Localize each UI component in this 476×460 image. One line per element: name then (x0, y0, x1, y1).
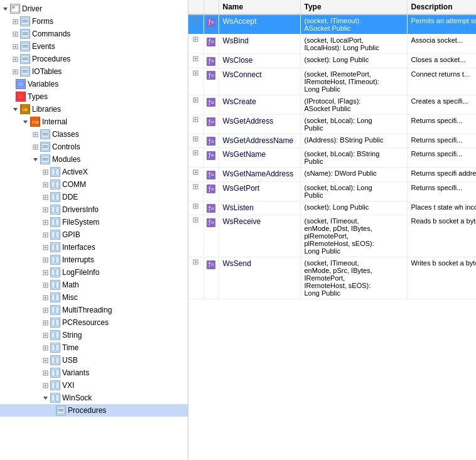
expander-multithreading[interactable] (40, 305, 50, 315)
expander-libraries[interactable] (10, 104, 20, 114)
tree-node-activex[interactable]: ActiveX (0, 166, 188, 178)
row-name-wsreceive[interactable]: WsReceive (219, 215, 300, 257)
row-expander-wsgetaddress[interactable] (188, 114, 203, 134)
tree-node-multithreading[interactable]: MultiThreading (0, 304, 188, 316)
row-expander-wsgetname[interactable] (188, 148, 203, 168)
row-name-wscreate[interactable]: WsCreate (219, 95, 300, 114)
expander-math[interactable] (40, 280, 50, 290)
tree-node-iotables[interactable]: IOTables (0, 65, 188, 78)
expander-logfileinfo[interactable] (40, 267, 50, 277)
tree-node-interrupts[interactable]: Interrupts (0, 254, 188, 266)
row-expander-wsclose[interactable] (188, 54, 203, 68)
tree-node-procedures[interactable]: Procedures (0, 53, 188, 65)
row-name-wslisten[interactable]: WsListen (219, 201, 300, 215)
expander-vxi[interactable] (40, 380, 50, 390)
expander-procedures[interactable] (10, 54, 20, 64)
tree-node-dde[interactable]: DDE (0, 191, 188, 203)
table-row-wsgetaddressname[interactable]: ƒ=WsGetAddressName(IAddress): BString Pu… (188, 134, 476, 148)
expander-gpib[interactable] (40, 230, 50, 240)
expander-usb[interactable] (40, 355, 50, 365)
row-name-wssend[interactable]: WsSend (219, 257, 300, 299)
table-row-wsconnect[interactable]: ƒ=WsConnect(socket, IRemotePort, IRemote… (188, 68, 476, 95)
tree-node-classes[interactable]: Classes (0, 128, 188, 141)
expander-variables[interactable] (10, 79, 16, 89)
row-expander-wsconnect[interactable] (188, 68, 203, 95)
tree-node-winsock-procedures[interactable]: Procedures (0, 404, 188, 417)
row-name-wsclose[interactable]: WsClose (219, 54, 300, 68)
table-row-wsreceive[interactable]: ƒ=WsReceive(socket, ITimeout, enMode, pD… (188, 215, 476, 257)
tree-node-libraries[interactable]: LIBLibraries (0, 103, 188, 115)
tree-node-controls[interactable]: Controls (0, 141, 188, 153)
tree-node-misc[interactable]: Misc (0, 291, 188, 304)
row-name-wsgetname[interactable]: WsGetName (219, 148, 300, 168)
tree-node-driversinfo[interactable]: DriversInfo (0, 203, 188, 216)
expander-internal[interactable] (20, 117, 30, 127)
table-row-wsbind[interactable]: ƒ=WsBind(socket, ILocalPort, ILocalHost)… (188, 35, 476, 54)
row-name-wsgetport[interactable]: WsGetPort (219, 181, 300, 201)
table-row-wssend[interactable]: ƒ=WsSend(socket, ITimeout, enMode, pSrc,… (188, 257, 476, 299)
expander-commands[interactable] (10, 29, 20, 39)
expander-modules[interactable] (30, 154, 40, 164)
tree-node-pcresources[interactable]: PCResources (0, 316, 188, 329)
tree-node-math[interactable]: Math (0, 279, 188, 291)
tree-node-modules[interactable]: Modules (0, 153, 188, 166)
expander-driversinfo[interactable] (40, 205, 50, 215)
row-name-wsgetaddress[interactable]: WsGetAddress (219, 114, 300, 134)
row-expander-wsgetport[interactable] (188, 181, 203, 201)
tree-node-time[interactable]: Time (0, 341, 188, 354)
expander-time[interactable] (40, 343, 50, 353)
expander-comm[interactable] (40, 179, 50, 190)
row-expander-wsgetnameaddress[interactable] (188, 168, 203, 182)
table-row-wsgetaddress[interactable]: ƒ=WsGetAddress(socket, bLocal): Long Pub… (188, 114, 476, 134)
tree-node-string[interactable]: String (0, 329, 188, 341)
row-name-wsbind[interactable]: WsBind (219, 35, 300, 54)
tree-node-comm[interactable]: COMM (0, 178, 188, 191)
expander-types[interactable] (10, 92, 16, 102)
row-expander-wsgetaddressname[interactable] (188, 134, 203, 148)
tree-node-variants[interactable]: Variants (0, 366, 188, 379)
expander-forms[interactable] (10, 16, 20, 26)
expander-winsock-procedures[interactable] (50, 405, 56, 415)
col-name[interactable]: Name (219, 0, 300, 14)
tree-node-interfaces[interactable]: Interfaces (0, 241, 188, 254)
row-expander-wsreceive[interactable] (188, 215, 203, 257)
tree-node-forms[interactable]: Forms (0, 15, 188, 28)
tree-node-usb[interactable]: USB (0, 354, 188, 366)
expander-dde[interactable] (40, 192, 50, 202)
tree-node-winsock[interactable]: WinSock (0, 392, 188, 404)
expander-iotables[interactable] (10, 67, 20, 77)
expander-interfaces[interactable] (40, 242, 50, 252)
expander-controls[interactable] (30, 142, 40, 152)
table-row-wslisten[interactable]: ƒ=WsListen(socket): Long PublicPlaces t … (188, 201, 476, 215)
tree-node-commands[interactable]: Commands (0, 28, 188, 40)
table-row-wsgetname[interactable]: ƒ=WsGetName(socket, bLocal): BString Pub… (188, 148, 476, 168)
expander-misc[interactable] (40, 292, 50, 302)
col-description[interactable]: Description (407, 0, 476, 14)
expander-interrupts[interactable] (40, 255, 50, 265)
row-expander-wssend[interactable] (188, 257, 203, 299)
tree-node-variables[interactable]: Variables (0, 78, 188, 90)
row-expander-wsbind[interactable] (188, 35, 203, 54)
tree-node-driver[interactable]: Driver (0, 3, 188, 15)
tree-node-logfileinfo[interactable]: LogFileInfo (0, 266, 188, 279)
tree-node-events[interactable]: Events (0, 40, 188, 53)
tree-node-gpib[interactable]: GPIB (0, 228, 188, 241)
expander-string[interactable] (40, 330, 50, 340)
expander-pcresources[interactable] (40, 318, 50, 328)
expander-driver[interactable] (0, 4, 10, 14)
tree-node-types[interactable]: Types (0, 90, 188, 103)
expander-winsock[interactable] (40, 393, 50, 403)
row-name-wsgetnameaddress[interactable]: WsGetNameAddress (219, 168, 300, 182)
table-row-wsaccept[interactable]: ƒ=WsAccept(socket, ITimeout): ASocket Pu… (188, 14, 476, 35)
table-row-wscreate[interactable]: ƒ=WsCreate(IProtocol, IFlags): ASocket P… (188, 95, 476, 114)
tree-node-filesystem[interactable]: FileSystem (0, 216, 188, 228)
expander-activex[interactable] (40, 167, 50, 177)
table-row-wsgetport[interactable]: ƒ=WsGetPort(socket, bLocal): Long Public… (188, 181, 476, 201)
row-expander-wslisten[interactable] (188, 201, 203, 215)
expander-classes[interactable] (30, 129, 40, 139)
tree-node-internal[interactable]: COMInternal (0, 115, 188, 128)
row-expander-wscreate[interactable] (188, 95, 203, 114)
row-name-wsaccept[interactable]: WsAccept (219, 14, 300, 35)
row-name-wsgetaddressname[interactable]: WsGetAddressName (219, 134, 300, 148)
col-type[interactable]: Type (300, 0, 407, 14)
